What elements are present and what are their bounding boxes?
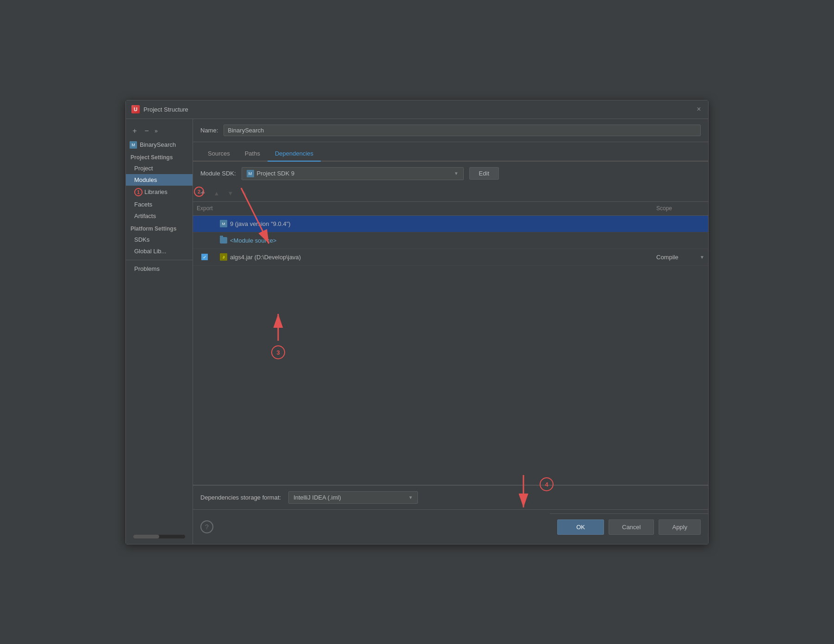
table-row[interactable]: M 9 (java version "9.0.4")	[193, 216, 708, 232]
dep-down-button[interactable]: ▼	[224, 188, 237, 200]
sidebar-remove-button[interactable]: −	[142, 126, 152, 136]
dep-edit-button[interactable]: ✎	[238, 188, 250, 200]
sdk-icon: M	[247, 170, 254, 177]
sdk-edit-button[interactable]: Edit	[469, 167, 499, 180]
row-sdk-name: M 9 (java version "9.0.4")	[216, 220, 653, 227]
tabs-bar: Sources Paths Dependencies	[193, 142, 708, 162]
dep-up-button[interactable]: ▲	[211, 188, 223, 200]
row-module-name: <Module source>	[216, 237, 653, 244]
sidebar-separator	[126, 260, 193, 260]
name-label: Name:	[200, 127, 218, 134]
sdk-row: Module SDK: M Project SDK 9 ▼ Edit	[193, 162, 708, 186]
apply-button[interactable]: Apply	[659, 519, 701, 535]
main-content: + − » M BinarySearch Project Settings Pr…	[126, 119, 708, 544]
bottom-bar: ? OK Cancel Apply	[193, 509, 708, 544]
title-bar: U Project Structure ×	[126, 100, 708, 119]
module-icon: M	[130, 141, 137, 149]
help-button[interactable]: ?	[200, 520, 213, 533]
bottom-section: Dependencies storage format: IntelliJ ID…	[193, 485, 708, 544]
sidebar-item-sdks[interactable]: SDKs	[126, 234, 193, 245]
annotation-1-circle: 1	[134, 188, 143, 196]
row-module-folder-icon	[220, 237, 227, 244]
col-export-header: Export	[193, 205, 216, 212]
row-algs4-name: J algs4.jar (D:\Develop\java)	[216, 253, 653, 261]
sdk-value: Project SDK 9	[257, 170, 295, 177]
sidebar-item-global-lib[interactable]: Global Lib...	[126, 245, 193, 257]
sidebar-item-facets[interactable]: Facets	[126, 199, 193, 210]
row-algs4-scope[interactable]: Compile ▼	[653, 254, 708, 261]
tab-paths[interactable]: Paths	[237, 146, 268, 162]
col-scope-header: Scope	[653, 205, 708, 212]
sidebar-item-problems[interactable]: Problems	[126, 263, 193, 275]
name-input[interactable]	[224, 125, 701, 136]
dialog-title: Project Structure	[143, 106, 695, 113]
dep-add-button[interactable]: +	[197, 188, 209, 200]
sidebar-add-button[interactable]: +	[130, 126, 140, 136]
sidebar-expand-button[interactable]: »	[155, 128, 158, 134]
table-row[interactable]: <Module source>	[193, 232, 708, 249]
sdk-label: Module SDK:	[200, 170, 236, 177]
dependencies-table: Export Scope M 9 (java version "9.0.4	[193, 202, 708, 485]
sidebar-item-artifacts[interactable]: Artifacts	[126, 210, 193, 222]
sidebar: + − » M BinarySearch Project Settings Pr…	[126, 119, 193, 544]
sidebar-scrollbar[interactable]	[133, 535, 185, 538]
row-algs4-jar-icon: J	[220, 253, 227, 261]
table-row[interactable]: J algs4.jar (D:\Develop\java) Compile ▼	[193, 249, 708, 266]
row-algs4-export[interactable]	[193, 254, 216, 260]
storage-chevron-icon: ▼	[408, 495, 413, 500]
sdk-chevron-icon: ▼	[454, 171, 459, 176]
project-settings-label: Project Settings	[126, 150, 193, 163]
sidebar-scrollbar-thumb	[133, 535, 159, 538]
right-panel: Name: Sources Paths Dependencies Module …	[193, 119, 708, 544]
name-bar: Name:	[193, 119, 708, 142]
storage-label: Dependencies storage format:	[200, 494, 281, 501]
dependencies-content: Module SDK: M Project SDK 9 ▼ Edit +	[193, 162, 708, 544]
app-icon: U	[131, 105, 140, 113]
storage-value: IntelliJ IDEA (.iml)	[293, 494, 341, 501]
storage-dropdown[interactable]: IntelliJ IDEA (.iml) ▼	[288, 491, 418, 504]
row-sdk-icon: M	[220, 220, 227, 227]
scope-chevron-icon: ▼	[700, 255, 704, 260]
sidebar-item-project[interactable]: Project	[126, 163, 193, 174]
sdk-dropdown-text: M Project SDK 9	[247, 170, 295, 177]
row-algs4-checkbox[interactable]	[201, 254, 208, 260]
close-button[interactable]: ×	[695, 106, 703, 113]
dep-toolbar: + ▲ ▼ ✎ 2	[193, 186, 708, 202]
sdk-dropdown[interactable]: M Project SDK 9 ▼	[242, 167, 464, 180]
sidebar-module-name: BinarySearch	[140, 141, 176, 148]
platform-settings-label: Platform Settings	[126, 222, 193, 234]
sidebar-item-modules[interactable]: Modules	[126, 174, 193, 186]
table-header: Export Scope	[193, 202, 708, 216]
storage-row: Dependencies storage format: IntelliJ ID…	[193, 485, 708, 509]
ok-button[interactable]: OK	[557, 519, 604, 535]
sidebar-module-item[interactable]: M BinarySearch	[126, 139, 193, 150]
action-buttons: OK Cancel Apply	[550, 513, 708, 540]
sidebar-item-libraries[interactable]: 1 Libraries	[126, 186, 193, 199]
tab-sources[interactable]: Sources	[200, 146, 237, 162]
cancel-button[interactable]: Cancel	[609, 519, 654, 535]
sidebar-toolbar: + − »	[126, 123, 193, 139]
tab-dependencies[interactable]: Dependencies	[268, 146, 321, 162]
